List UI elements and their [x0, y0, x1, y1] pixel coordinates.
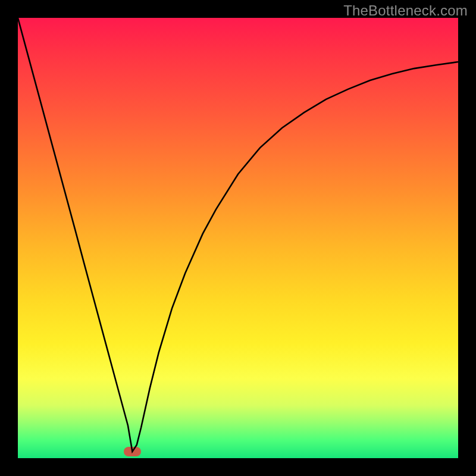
bottleneck-curve — [18, 18, 458, 452]
plot-area — [18, 18, 458, 458]
chart-frame: TheBottleneck.com — [0, 0, 476, 476]
watermark-label: TheBottleneck.com — [343, 2, 468, 19]
curve-svg — [18, 18, 458, 458]
